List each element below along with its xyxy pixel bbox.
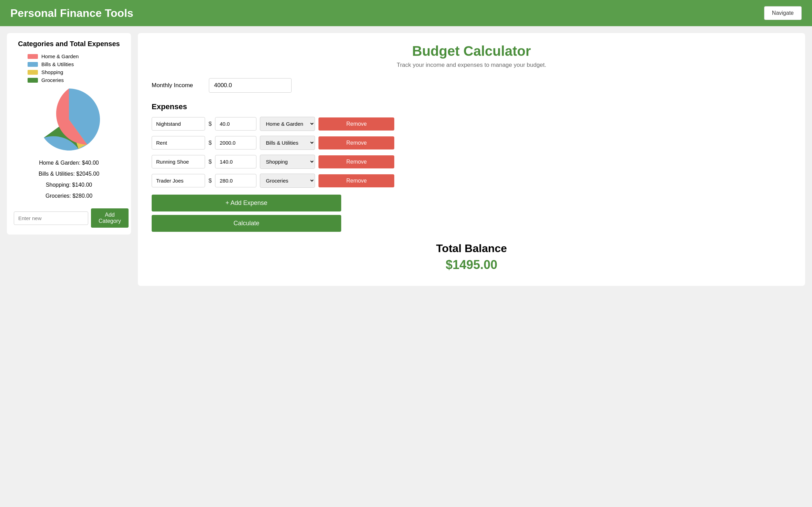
expense-amount-3[interactable] [215,174,256,187]
calculator-subtitle: Track your income and expenses to manage… [152,62,791,69]
legend-color-groceries [28,78,38,83]
remove-button-2[interactable]: Remove [318,155,394,168]
legend-color-bills-utilities [28,62,38,67]
navigate-button[interactable]: Navigate [764,6,802,20]
right-panel: Budget Calculator Track your income and … [138,33,805,286]
expense-row-2: $ Home & Garden Bills & Utilities Shoppi… [152,155,791,169]
expense-row-0: $ Home & Garden Bills & Utilities Shoppi… [152,117,791,131]
expense-name-2[interactable] [152,155,205,168]
legend-item-groceries: Groceries [28,77,124,83]
expense-row-1: $ Home & Garden Bills & Utilities Shoppi… [152,136,791,150]
legend-item-home-garden: Home & Garden [28,53,124,59]
expense-name-0[interactable] [152,117,205,131]
header: Personal Finance Tools Navigate [0,0,812,26]
add-category-input[interactable] [14,211,88,225]
expense-amount-0[interactable] [215,117,256,131]
expense-name-1[interactable] [152,136,205,149]
app-title: Personal Finance Tools [10,7,133,20]
expense-name-3[interactable] [152,174,205,187]
dollar-sign-3: $ [209,177,212,184]
add-category-row: Add Category [14,208,124,228]
expense-amount-2[interactable] [215,155,256,168]
expense-category-1[interactable]: Home & Garden Bills & Utilities Shopping… [260,136,315,150]
legend: Home & Garden Bills & Utilities Shopping… [14,53,124,83]
category-stats: Home & Garden: $40.00 Bills & Utilities:… [14,157,124,201]
legend-item-shopping: Shopping [28,69,124,75]
remove-button-3[interactable]: Remove [318,174,394,187]
income-input[interactable] [209,78,292,93]
stat-home-garden: Home & Garden: $40.00 [14,157,124,168]
legend-color-shopping [28,70,38,75]
add-category-button[interactable]: Add Category [91,208,129,228]
expense-category-0[interactable]: Home & Garden Bills & Utilities Shopping… [260,117,315,131]
remove-button-0[interactable]: Remove [318,117,394,131]
expense-category-2[interactable]: Home & Garden Bills & Utilities Shopping… [260,155,315,169]
main-layout: Categories and Total Expenses Home & Gar… [0,26,812,293]
dollar-sign-2: $ [209,158,212,165]
legend-color-home-garden [28,54,38,59]
calculator-title: Budget Calculator [152,43,791,59]
total-balance-label: Total Balance [152,242,791,255]
stat-bills-utilities: Bills & Utilities: $2045.00 [14,168,124,179]
expenses-title: Expenses [152,102,791,111]
total-balance-value: $1495.00 [152,258,791,272]
legend-item-bills-utilities: Bills & Utilities [28,61,124,67]
pie-chart [38,89,100,151]
left-panel-title: Categories and Total Expenses [14,40,124,48]
action-buttons: + Add Expense Calculate [152,195,341,232]
expense-amount-1[interactable] [215,136,256,149]
legend-label-home-garden: Home & Garden [41,53,79,59]
add-expense-button[interactable]: + Add Expense [152,195,341,211]
stat-shopping: Shopping: $140.00 [14,179,124,190]
stat-groceries: Groceries: $280.00 [14,190,124,201]
pie-chart-container [14,89,124,151]
legend-label-shopping: Shopping [41,69,63,75]
income-row: Monthly Income [152,78,791,93]
expense-row-3: $ Home & Garden Bills & Utilities Shoppi… [152,174,791,188]
total-balance-section: Total Balance $1495.00 [152,242,791,272]
dollar-sign-0: $ [209,121,212,127]
expense-category-3[interactable]: Home & Garden Bills & Utilities Shopping… [260,174,315,188]
dollar-sign-1: $ [209,139,212,146]
legend-label-bills-utilities: Bills & Utilities [41,61,74,67]
calculate-button[interactable]: Calculate [152,215,341,232]
legend-label-groceries: Groceries [41,77,64,83]
remove-button-1[interactable]: Remove [318,136,394,149]
income-label: Monthly Income [152,82,203,89]
left-panel: Categories and Total Expenses Home & Gar… [7,33,131,235]
